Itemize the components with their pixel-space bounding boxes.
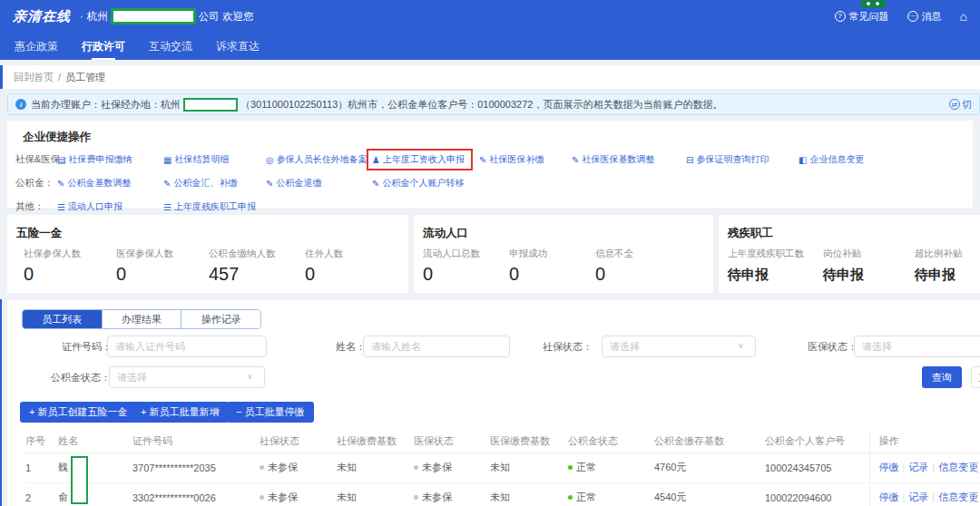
link-label: 企业信息变更 (809, 153, 864, 166)
col-social-status: 社保状态 (260, 431, 337, 452)
cell-id-number: 3302**********0026 (132, 482, 260, 506)
record-link[interactable]: 记录 (908, 491, 928, 502)
breadcrumb-back-link[interactable]: 回到首页 (14, 71, 54, 84)
action-separator: | (903, 462, 906, 472)
col-social-base: 社保缴费基数 (337, 431, 414, 452)
question-icon: ? (835, 11, 846, 22)
welcome-text: · 杭州 公司 欢迎您 (76, 8, 254, 24)
social-status-select[interactable] (602, 336, 756, 357)
info-icon: i (15, 99, 26, 110)
fund-status-label: 公积金状态： (51, 371, 111, 384)
switch-account-link[interactable]: ⇄ 切 (949, 98, 972, 112)
faq-button[interactable]: ? 常见问题 (835, 10, 889, 24)
reset-button[interactable]: 重 (971, 366, 980, 388)
cell-fund-base: 4540元 (654, 482, 765, 506)
edit-icon: ✎ (266, 179, 273, 189)
link-social-medical-base-adjust[interactable]: ✎社保医保基数调整 (572, 153, 654, 166)
link-label: 公积金汇、补缴 (173, 177, 237, 190)
nav-item-interaction[interactable]: 互动交流 (147, 34, 194, 60)
company-name-redaction (111, 8, 196, 24)
printer-icon: ⊟ (686, 155, 693, 165)
medical-status-select[interactable] (854, 336, 980, 357)
link-label: 公积金基数调整 (67, 177, 131, 190)
link-label: 社保医保补缴 (489, 153, 544, 166)
plus-icon: + (29, 406, 34, 417)
name-input[interactable] (363, 336, 510, 357)
nav-item-policies[interactable]: 惠企政策 (13, 34, 60, 60)
stat-label: 申报成功 (509, 248, 547, 260)
cell-social-base: 未知 (337, 482, 414, 506)
link-label: 上年度工资收入申报 (383, 153, 465, 166)
link-fund-base-adjust[interactable]: ✎公积金基数调整 (57, 177, 131, 190)
link-social-fee-declare[interactable]: ▤社保费申报缴纳 (57, 153, 132, 166)
action-separator: | (932, 462, 935, 472)
button-label: 新员工批量新增 (150, 406, 220, 417)
link-fund-account-transfer[interactable]: ✎公积金个人账户转移 (372, 177, 464, 190)
tab-processing-results[interactable]: 办理结果 (102, 310, 181, 328)
id-number-input[interactable] (107, 336, 267, 357)
minus-icon: − (236, 406, 241, 417)
action-buttons-row: + 新员工创建五险一金 + 新员工批量新增 − 员工批量停缴 (7, 402, 980, 423)
link-social-medical-repay[interactable]: ✎社保医保补缴 (479, 153, 544, 166)
cell-name: 俞 (58, 482, 132, 506)
status-text: 正常 (576, 462, 596, 472)
col-actions: 操作 (869, 431, 980, 452)
row-label-other: 其他： (15, 200, 44, 213)
link-company-info-change[interactable]: ◧企业信息变更 (799, 153, 864, 166)
link-fund-remit-repay[interactable]: ✎公积金汇、补缴 (163, 177, 237, 190)
col-id-number: 证件号码 (132, 431, 260, 452)
filter-row-2: 公积金状态： ∨ 查询 重 (7, 365, 980, 389)
stop-payment-link[interactable]: 停缴 (879, 462, 899, 472)
stat-label: 公积金缴纳人数 (209, 248, 276, 260)
link-disabled-worker-declare[interactable]: ☰上年度残疾职工申报 (163, 200, 256, 213)
tab-operation-records[interactable]: 操作记录 (181, 310, 260, 328)
stat-over-ratio-subsidy: 超比例补贴 待申报 (915, 248, 963, 284)
link-migrant-population-declare[interactable]: ☰流动人口申报 (57, 200, 122, 213)
cell-medical-base: 未知 (490, 452, 568, 482)
stat-label: 社保参保人数 (24, 248, 81, 260)
cell-fund-account: 100024345705 (765, 452, 869, 482)
switch-label: 切 (962, 98, 972, 112)
cell-index: 1 (25, 452, 58, 482)
edit-icon: ✎ (479, 155, 486, 165)
left-edge-accent (0, 299, 2, 506)
query-button[interactable]: 查询 (922, 366, 962, 388)
batch-stop-button[interactable]: − 员工批量停缴 (227, 402, 314, 423)
enterprise-space-button[interactable]: ⌂ (960, 9, 967, 24)
info-change-link[interactable]: 信息变更 (938, 491, 978, 502)
page-title: 员工管理 (65, 71, 105, 84)
info-change-link[interactable]: 信息变更 (938, 462, 978, 472)
breadcrumb: 回到首页 / 员工管理 (0, 65, 980, 89)
cell-fund-status: 正常 (568, 482, 654, 506)
cell-fund-base: 4760元 (654, 452, 765, 482)
banner-text-suffix: （3011000102250113）杭州市，公积金单位客户号：010000327… (240, 98, 722, 112)
cell-actions: 停缴|记录|信息变更 (869, 452, 980, 482)
link-remote-residence-record[interactable]: ◎参保人员长住外地备案 (266, 153, 368, 166)
card-disabled-workers: 残疾职工 上年度残疾职工数 待申报 岗位补贴 待申报 超比例补贴 待申报 (719, 215, 980, 293)
batch-add-button[interactable]: + 新员工批量新增 (132, 402, 229, 423)
col-medical-status: 医保状态 (414, 431, 490, 452)
create-employee-button[interactable]: + 新员工创建五险一金 (20, 402, 137, 423)
link-social-settlement-detail[interactable]: ▦社保结算明细 (163, 153, 229, 166)
messages-button[interactable]: ⋯ 消息 (907, 10, 942, 24)
chevron-down-icon: ∨ (247, 372, 253, 381)
col-fund-base: 公积金缴存基数 (654, 431, 765, 452)
nav-item-admin-permits[interactable]: 行政许可 (80, 34, 127, 60)
stat-value: 0 (423, 264, 480, 285)
status-text: 未参保 (268, 491, 298, 502)
nav-item-appeals[interactable]: 诉求直达 (214, 34, 261, 60)
fund-status-select[interactable] (109, 366, 265, 388)
tab-employee-list[interactable]: 员工列表 (23, 310, 102, 328)
link-label: 社保医保基数调整 (582, 153, 654, 166)
link-insurance-cert-print[interactable]: ⊟参保证明查询打印 (686, 153, 769, 166)
stat-value: 0 (305, 264, 343, 285)
cell-actions: 停缴|记录|信息变更 (869, 482, 980, 506)
link-fund-refund[interactable]: ✎公积金退缴 (266, 177, 321, 190)
stop-payment-link[interactable]: 停缴 (879, 491, 899, 502)
header-actions: ? 常见问题 ⋯ 消息 ⌂ (835, 9, 967, 24)
record-link[interactable]: 记录 (908, 462, 928, 472)
breadcrumb-separator: / (58, 72, 61, 83)
cell-fund-status: 正常 (568, 452, 654, 482)
link-annual-salary-declare[interactable]: ♟上年度工资收入申报 (372, 153, 465, 166)
edit-icon: ✎ (57, 179, 64, 189)
